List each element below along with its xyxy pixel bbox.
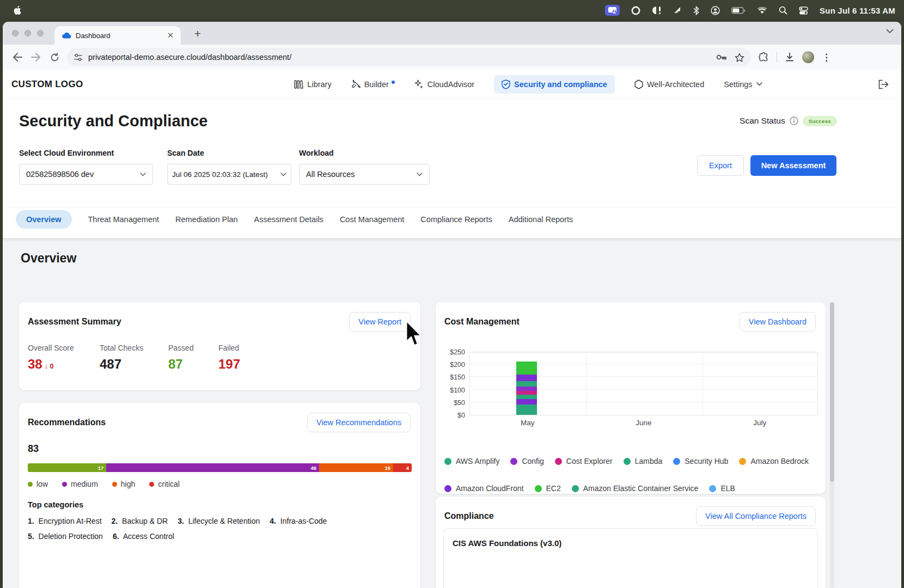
overview-content: Overview Assessment Summary View Report …: [3, 238, 901, 588]
password-key-icon[interactable]: [716, 54, 727, 60]
screen-share-icon[interactable]: [605, 5, 620, 16]
severity-segment-low: 17: [28, 463, 106, 472]
y-tick: $50: [443, 399, 465, 407]
reload-button[interactable]: [46, 49, 63, 65]
account-icon[interactable]: [711, 6, 720, 15]
top-category-item: 4. Infra-as-Code: [270, 517, 327, 525]
tab-strip: Dashboard ✕ +: [3, 22, 901, 45]
tab-overview[interactable]: Overview: [16, 210, 72, 229]
severity-legend: lowmediumhighcritical: [19, 472, 420, 488]
tab-close-icon[interactable]: ✕: [166, 30, 175, 40]
alert-icon[interactable]: [652, 6, 662, 15]
top-category-item: 1. Encryption At-Rest: [28, 517, 102, 525]
tab-threat-management[interactable]: Threat Management: [88, 215, 160, 224]
cost-segment: [516, 381, 537, 387]
y-tick: $250: [443, 348, 465, 356]
scrollbar-thumb[interactable]: [830, 302, 834, 482]
tab-compliance-reports[interactable]: Compliance Reports: [420, 215, 492, 224]
page-title: Security and Compliance: [19, 112, 208, 130]
nav-settings[interactable]: Settings: [724, 80, 762, 89]
nav-cloudadvisor[interactable]: CloudAdvisor: [414, 79, 474, 89]
bluetooth-icon[interactable]: [693, 6, 699, 15]
cost-chart-y-axis: $0$50$100$150$200$250: [443, 352, 465, 415]
compliance-framework-card[interactable]: CIS AWS Foundations (v3.0): [443, 528, 818, 588]
nav-builder[interactable]: Builder: [351, 79, 395, 89]
browser-tab[interactable]: Dashboard ✕: [54, 26, 181, 45]
back-button[interactable]: [9, 49, 26, 65]
severity-legend-low: low: [28, 480, 48, 488]
fan-icon[interactable]: [673, 6, 682, 15]
workload-select[interactable]: All Resources: [299, 164, 430, 185]
site-settings-icon[interactable]: [74, 53, 83, 62]
window-close-button[interactable]: [12, 30, 19, 36]
recommendations-card: Recommendations View Recommendations 83 …: [19, 403, 420, 588]
x-tick: May: [469, 419, 585, 427]
top-category-item: 3. Lifecycle & Retention: [178, 517, 260, 525]
logout-icon[interactable]: [875, 76, 891, 93]
cost-legend-item: Amazon Elastic Container Service: [572, 484, 699, 493]
severity-legend-medium: medium: [62, 480, 98, 488]
view-all-compliance-reports-button[interactable]: View All Compliance Reports: [696, 506, 816, 526]
y-tick: $100: [443, 387, 465, 394]
control-center-icon[interactable]: [799, 7, 808, 15]
new-assessment-button[interactable]: New Assessment: [750, 155, 836, 176]
bookmark-star-icon[interactable]: [735, 53, 744, 62]
score-trend: ↓ 0: [45, 363, 54, 370]
nav-library[interactable]: Library: [294, 80, 331, 89]
sparkles-icon: [414, 79, 424, 89]
cost-legend-item: Amazon CloudFront: [444, 484, 524, 493]
content-scrollbar[interactable]: [830, 302, 834, 588]
extensions-puzzle-icon[interactable]: [759, 52, 769, 63]
spotlight-search-icon[interactable]: [779, 6, 787, 15]
battery-icon[interactable]: [731, 7, 746, 14]
window-zoom-button[interactable]: [37, 30, 44, 36]
scan-date-select[interactable]: Jul 06 2025 02:03:32 (Latest): [167, 164, 291, 185]
custom-logo[interactable]: CUSTOM LOGO: [11, 79, 83, 90]
y-tick: $200: [443, 361, 465, 369]
cost-legend-item: EC2: [535, 484, 561, 493]
cost-segment: [516, 395, 537, 399]
window-minimize-button[interactable]: [25, 30, 31, 36]
url-text[interactable]: privateportal-demo.asecure.cloud/dashboa…: [88, 53, 716, 62]
tab-cost-management[interactable]: Cost Management: [340, 215, 404, 224]
nav-well-architected[interactable]: Well-Architected: [634, 79, 704, 89]
cost-legend-item: Config: [510, 457, 543, 465]
cost-legend-item: Amazon Bedrock: [739, 457, 809, 465]
wifi-icon[interactable]: [757, 7, 767, 14]
downloads-icon[interactable]: [785, 52, 795, 62]
browser-menu-kebab-icon[interactable]: ⋮: [822, 52, 831, 63]
stat-overall-score: Overall Score 38 ↓ 0: [28, 344, 85, 372]
dashboard-app: CUSTOM LOGO Library Builder CloudAdvisor: [3, 70, 901, 588]
view-report-button[interactable]: View Report: [349, 312, 411, 332]
cost-legend-item: Security Hub: [673, 457, 728, 465]
address-bar[interactable]: privateportal-demo.asecure.cloud/dashboa…: [67, 48, 751, 66]
top-category-item: 6. Access Control: [113, 532, 174, 541]
environment-select[interactable]: 025825898506 dev: [19, 164, 153, 185]
tab-additional-reports[interactable]: Additional Reports: [509, 215, 573, 224]
menu-bar-clock[interactable]: Sun Jul 6 11:53 AM: [820, 6, 895, 15]
tab-assessment-details[interactable]: Assessment Details: [254, 215, 323, 224]
cost-bar-may: [516, 362, 537, 415]
view-recommendations-button[interactable]: View Recommendations: [307, 413, 411, 432]
tab-remediation-plan[interactable]: Remediation Plan: [175, 215, 237, 224]
cost-legend-item: Cost Explorer: [555, 457, 613, 465]
severity-legend-critical: critical: [149, 480, 180, 488]
tab-search-chevron-icon[interactable]: [886, 29, 894, 34]
new-tab-button[interactable]: +: [191, 27, 205, 41]
framework-title: CIS AWS Foundations (v3.0): [444, 529, 817, 548]
y-tick: $0: [443, 412, 465, 419]
scan-status-label: Scan Status: [740, 116, 785, 126]
view-dashboard-button[interactable]: View Dashboard: [740, 312, 816, 332]
ring-icon[interactable]: [631, 6, 640, 15]
profile-avatar[interactable]: [802, 51, 814, 63]
apple-menu-icon[interactable]: [13, 5, 21, 15]
stat-failed: Failed 197: [218, 344, 240, 372]
env-label: Select Cloud Environment: [19, 149, 153, 157]
nav-security-compliance[interactable]: Security and compliance: [494, 75, 615, 94]
chevron-down-icon: [756, 82, 762, 86]
info-icon[interactable]: [790, 117, 798, 125]
library-icon: [294, 80, 303, 89]
export-button[interactable]: Export: [697, 155, 744, 176]
cost-management-card: Cost Management View Dashboard $0$50$100…: [436, 302, 826, 494]
forward-button[interactable]: [28, 49, 44, 65]
